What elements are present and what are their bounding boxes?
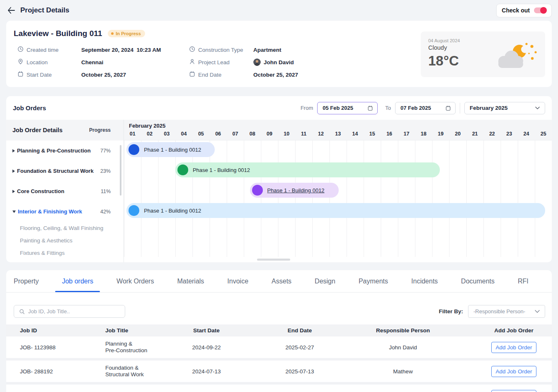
tab-payments[interactable]: Payments: [347, 270, 400, 292]
clock-icon: [17, 46, 24, 53]
search-icon: [19, 309, 25, 315]
caret-down-icon[interactable]: [12, 211, 16, 213]
cell-action: Add Job Order: [489, 390, 552, 392]
detail-tabs-card: PropertyJob ordersWork OrdersMaterialsIn…: [6, 270, 552, 392]
progress-header: Progress: [89, 127, 111, 133]
job-order-node-3[interactable]: Interior & Finishing Work42%: [6, 201, 124, 222]
timeline-day-label: 04: [175, 131, 192, 137]
cell-end-date: 2025-07-13: [284, 368, 375, 375]
job-order-node-0[interactable]: Planning & Pre-Construction77%: [6, 140, 124, 161]
table-header-cell: Start Date: [189, 327, 284, 334]
gantt-grid: Phase 1 - Building 0012Phase 1 - Buildin…: [124, 140, 552, 257]
caret-right-icon[interactable]: [12, 190, 15, 193]
add-job-order-button[interactable]: Add Job Order: [491, 366, 537, 377]
field-value-2: Chennai: [81, 59, 189, 65]
caret-right-icon[interactable]: [12, 149, 15, 152]
field-value-text: September 20, 2024 10:23 AM: [81, 47, 161, 53]
job-order-progress: 42%: [100, 209, 111, 215]
month-selector[interactable]: February 2025: [464, 102, 545, 114]
job-order-progress: 11%: [101, 189, 111, 194]
job-order-subtask[interactable]: Painting & Aesthetics: [6, 234, 124, 247]
status-badge: In Progress: [108, 30, 145, 37]
timeline-day-label: 14: [347, 131, 364, 137]
job-title-line: Structural Work: [105, 371, 189, 378]
timeline-day-label: 17: [398, 131, 415, 137]
responsible-person-filter[interactable]: -Responsible Person-: [468, 305, 545, 318]
project-info-card: Lakeview - Building 011 In Progress Crea…: [6, 21, 552, 87]
table-header-cell: Job ID: [6, 327, 99, 334]
job-order-node-label: Interior & Finishing Work: [18, 208, 100, 215]
cell-responsible-person: John David: [375, 344, 489, 351]
job-order-details-header: Job Order Details: [12, 127, 63, 133]
job-order-progress: 23%: [100, 168, 111, 174]
timeline-day-label: 11: [295, 131, 312, 137]
add-job-order-button[interactable]: Add Job Order: [491, 390, 537, 392]
tab-design[interactable]: Design: [303, 270, 347, 292]
tab-documents[interactable]: Documents: [449, 270, 506, 292]
tab-job-orders[interactable]: Job orders: [50, 270, 105, 292]
divider: [460, 103, 460, 114]
field-label-1: Construction Type: [189, 46, 253, 53]
gantt-bar-0[interactable]: Phase 1 - Building 0012: [126, 142, 215, 157]
search-input[interactable]: Job ID, Job Title..: [14, 305, 125, 318]
table-header-cell: Responsible Person: [375, 327, 489, 334]
person-icon: [189, 58, 195, 66]
gantt-bar-dot: [252, 185, 263, 196]
timeline-day-label: 10: [278, 131, 295, 137]
project-name: Lakeview - Building 011: [14, 29, 102, 38]
location-pin-icon: [17, 58, 24, 66]
tab-property[interactable]: Property: [6, 270, 50, 292]
tab-materials[interactable]: Materials: [165, 270, 216, 292]
field-value-text: October 25, 2027: [253, 72, 298, 78]
from-date-input[interactable]: 05 Feb 2025: [317, 102, 378, 114]
avatar: [253, 58, 261, 66]
vertical-scrollbar[interactable]: [120, 145, 121, 196]
gantt-bar-1[interactable]: Phase 1 - Building 0012: [175, 162, 440, 177]
timeline-day-label: 03: [158, 131, 175, 137]
table-row: Add Job Order: [6, 385, 552, 392]
gantt-bar-3[interactable]: Phase 1 - Building 0012: [126, 203, 545, 218]
job-order-subtask[interactable]: Flooring, Ceiling, & Wall Finishing: [6, 222, 124, 234]
timeline-month-label: February 2025: [124, 120, 552, 129]
checkout-control[interactable]: Check out: [496, 4, 552, 17]
page-title: Project Details: [20, 6, 69, 15]
timeline-day-label: 24: [518, 131, 535, 137]
back-button[interactable]: [6, 5, 16, 15]
field-label-text: Start Date: [27, 72, 52, 78]
table-header-cell: Job Title: [99, 327, 189, 334]
gantt-bar-dot: [129, 205, 139, 216]
cell-end-date: 2025-02-27: [284, 344, 375, 351]
to-date-input[interactable]: 07 Feb 2025: [395, 102, 456, 114]
tab-assets[interactable]: Assets: [260, 270, 303, 292]
field-label-text: Location: [27, 59, 48, 65]
tab-incidents[interactable]: Incidents: [400, 270, 449, 292]
job-order-subtask[interactable]: Fixtures & Fittings: [6, 247, 124, 259]
add-job-order-button[interactable]: Add Job Order: [491, 342, 537, 353]
checkout-toggle[interactable]: [534, 7, 546, 13]
job-order-node-1[interactable]: Foundation & Structural Work23%: [6, 161, 124, 181]
caret-right-icon[interactable]: [12, 169, 15, 173]
gantt-timeline: February 2025 01020304050607080910111213…: [124, 120, 552, 262]
job-order-node-2[interactable]: Core Construction11%: [6, 181, 124, 201]
field-label-2: Location: [17, 58, 81, 66]
tab-rfi[interactable]: RFI: [506, 270, 540, 292]
job-title-line: Planning &: [105, 341, 189, 347]
field-label-text: Created time: [27, 47, 58, 53]
cell-action: Add Job Order: [489, 342, 552, 353]
gantt-bar-label: Phase 1 - Building 0012: [144, 147, 201, 153]
job-orders-title: Job Orders: [13, 104, 46, 111]
job-orders-table: Job IDJob TitleStart DateEnd DateRespons…: [6, 324, 552, 392]
horizontal-scrollbar[interactable]: [257, 259, 290, 261]
timeline-day-label: 19: [432, 131, 449, 137]
timeline-day-label: 22: [483, 131, 500, 137]
tab-work-orders[interactable]: Work Orders: [105, 270, 165, 292]
chevron-down-icon: [535, 106, 540, 109]
calendar-icon: [189, 71, 195, 78]
field-label-text: End Date: [198, 72, 221, 78]
gantt-bar-2[interactable]: Phase 1 - Building 0012: [250, 183, 339, 198]
field-value-text: October 25, 2027: [81, 72, 126, 78]
table-header-row: Job IDJob TitleStart DateEnd DateRespons…: [6, 324, 552, 336]
to-label: To: [385, 105, 391, 111]
table-row: JOB- 288192Foundation &Structural Work20…: [6, 361, 552, 382]
tab-invoice[interactable]: Invoice: [216, 270, 260, 292]
